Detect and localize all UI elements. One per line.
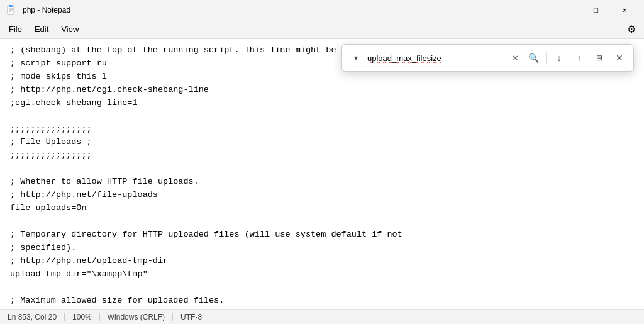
chevron-down-icon: ▾ bbox=[354, 53, 358, 62]
arrow-up-icon: ↑ bbox=[577, 53, 582, 63]
maximize-button[interactable]: ☐ bbox=[581, 0, 610, 20]
arrow-down-icon: ↓ bbox=[557, 53, 562, 63]
find-dropdown-button[interactable]: ▾ bbox=[347, 49, 365, 67]
window-controls: — ☐ ✕ bbox=[552, 0, 639, 20]
cursor-position: Ln 853, Col 20 bbox=[8, 313, 65, 321]
encoding: UTF-8 bbox=[173, 313, 209, 321]
minimize-button[interactable]: — bbox=[552, 0, 581, 20]
svg-rect-1 bbox=[9, 5, 13, 7]
status-bar: Ln 853, Col 20 100% Windows (CRLF) UTF-8 bbox=[0, 309, 644, 324]
title-bar: php - Notepad — ☐ ✕ bbox=[0, 0, 644, 20]
clear-icon: ✕ bbox=[512, 53, 519, 63]
find-search-button[interactable]: 🔍 bbox=[525, 49, 542, 67]
menu-edit[interactable]: Edit bbox=[28, 22, 55, 36]
find-bar: ▾ ✕ 🔍 ↓ ↑ ⊟ ✕ bbox=[341, 44, 634, 72]
menu-bar: File Edit View ⚙ bbox=[0, 20, 644, 39]
find-close-button[interactable]: ✕ bbox=[611, 49, 628, 67]
zoom-level: 100% bbox=[65, 313, 100, 321]
close-button[interactable]: ✕ bbox=[610, 0, 639, 20]
search-icon: 🔍 bbox=[528, 53, 539, 63]
find-clear-button[interactable]: ✕ bbox=[508, 51, 522, 65]
settings-button[interactable]: ⚙ bbox=[621, 21, 641, 38]
code-editor[interactable]: ; (shebang) at the top of the running sc… bbox=[0, 39, 644, 309]
filter-icon: ⊟ bbox=[596, 53, 602, 62]
find-divider bbox=[546, 52, 547, 64]
find-next-button[interactable]: ↓ bbox=[550, 49, 568, 67]
find-options-button[interactable]: ⊟ bbox=[591, 49, 608, 67]
line-ending: Windows (CRLF) bbox=[100, 313, 173, 321]
window-title: php - Notepad bbox=[23, 6, 552, 14]
find-input[interactable] bbox=[367, 53, 506, 63]
editor-area: ▾ ✕ 🔍 ↓ ↑ ⊟ ✕ ; (shebang) at the top of … bbox=[0, 39, 644, 309]
app-icon bbox=[5, 4, 18, 16]
menu-file[interactable]: File bbox=[3, 22, 28, 36]
find-prev-button[interactable]: ↑ bbox=[570, 49, 588, 67]
close-icon: ✕ bbox=[616, 53, 623, 63]
menu-view[interactable]: View bbox=[55, 22, 85, 36]
